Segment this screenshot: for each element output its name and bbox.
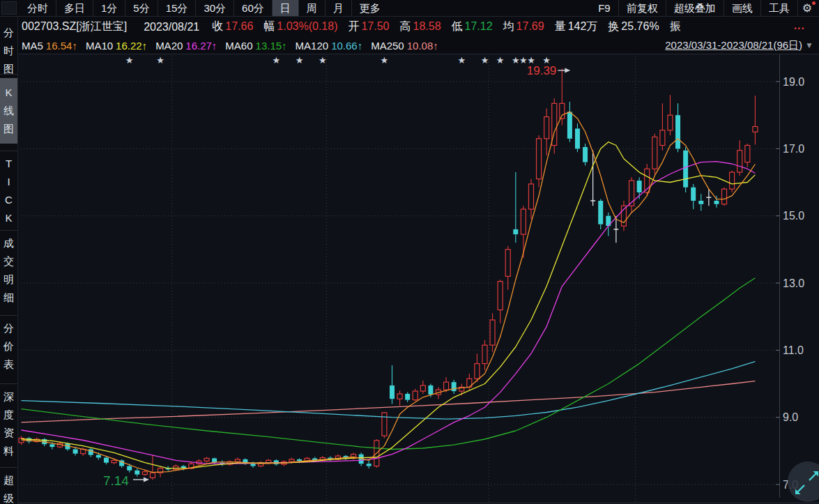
star-marker: ★ [381,55,389,66]
settings-gear-icon[interactable]: ⚙ [797,0,819,16]
star-marker: ★ [156,55,164,66]
overflow-ellipsis[interactable]: ... [794,17,805,35]
tab-F9[interactable]: F9 [590,0,618,16]
tab-前复权[interactable]: 前复权 [618,0,666,16]
quote-field-幅: 幅1.03%(0.18) [263,20,337,34]
tab-分时[interactable]: 分时 [20,0,56,16]
ma-values: MA516.54↑MA1016.22↑MA2016.27↑MA6013.15↑M… [22,40,447,52]
ma-indicator-bar: MA516.54↑MA1016.22↑MA2016.27↑MA6013.15↑M… [17,37,819,54]
tab-日[interactable]: 日 [272,0,298,16]
ma-line-MA250 [22,381,756,422]
quote-field-换: 换25.76% [608,20,659,34]
sidebar-item-超级复盘[interactable]: 超级复盘 [0,471,17,504]
kline-chart[interactable]: ★★★★★★★★★★★★★19.397.1419.017.015.013.011… [0,54,819,504]
stock-code-name[interactable]: 002703.SZ[浙江世宝] [22,20,127,34]
tab-画线[interactable]: 画线 [724,0,760,16]
tool-tabs: F9前复权超级叠加画线工具 [590,0,797,16]
tab-1分[interactable]: 1分 [93,0,125,16]
star-marker: ★ [319,55,327,66]
star-marker: ★ [457,55,466,66]
star-marker: ★ [296,55,304,66]
tab-5分[interactable]: 5分 [125,0,157,16]
quote-fields: 收17.66幅1.03%(0.18)开17.50高18.58低17.12均17.… [212,20,693,34]
bottom-border [0,503,819,503]
quote-field-量: 量142万 [555,20,598,34]
tab-月[interactable]: 月 [325,0,351,16]
quote-field-开: 开17.50 [348,20,389,34]
expand-arrows-icon [788,461,819,502]
sidebar-item-深度资料[interactable]: 深度资料 [0,388,17,460]
star-marker: ★ [496,55,505,66]
y-axis-tick-label: 13.0 [783,277,804,289]
tab-超级叠加[interactable]: 超级叠加 [666,0,724,16]
y-axis-tick-label: 11.0 [783,344,804,356]
tab-多日[interactable]: 多日 [56,0,93,16]
quote-field-低: 低17.12 [452,20,493,34]
ma-line-MA20 [22,162,756,464]
quote-date: 2023/08/21 [144,21,199,33]
stock-app-window: 分时多日1分5分15分30分60分日周月更多 F9前复权超级叠加画线工具 ⚙ 0… [0,0,819,504]
sidebar-item-成交明细[interactable]: 成交明细 [0,234,17,307]
tab-工具[interactable]: 工具 [760,0,797,16]
toolbar: 分时多日1分5分15分30分60分日周月更多 F9前复权超级叠加画线工具 ⚙ [0,0,819,17]
sidebar-divider [0,315,17,316]
ma-item-MA60: MA6013.15↑ [225,40,286,52]
period-tabs: 分时多日1分5分15分30分60分日周月更多 [20,0,388,16]
sidebar-item-TICK[interactable]: TICK [0,155,17,227]
tab-30分[interactable]: 30分 [195,0,234,16]
ma-item-MA250: MA25010.08↑ [371,40,438,52]
sidebar-divider [0,151,17,151]
quote-field-收: 收17.66 [212,20,253,34]
quote-field-振: 振 [670,20,683,34]
date-range-selector[interactable]: 2023/03/31-2023/08/21(96日) ▼ [665,37,813,54]
gear-glyph: ⚙ [802,2,812,14]
notification-dot [812,1,816,5]
sidebar-divider [0,467,17,468]
ma-item-MA120: MA12010.66↑ [296,40,363,52]
view-sidebar: 分时图K线图TICK成交明细分价表深度资料超级复盘 [0,17,18,504]
high-price-label: 19.39 [527,64,557,77]
star-marker: ★ [512,55,520,66]
y-axis-tick-label: 17.0 [783,143,804,155]
tab-周[interactable]: 周 [298,0,325,16]
sidebar-item-分时图[interactable]: 分时图 [0,24,17,78]
date-range-label[interactable]: 2023/03/31-2023/08/21(96日) [665,39,802,52]
low-price-label: 7.14 [103,473,129,488]
quote-field-高: 高18.58 [400,20,441,34]
sidebar-item-K线图[interactable]: K线图 [0,78,17,144]
y-axis-tick-label: 15.0 [783,210,804,222]
sidebar-item-分价表[interactable]: 分价表 [0,319,17,374]
ma-item-MA20: MA2016.27↑ [155,40,217,52]
ma-line-MA120 [22,362,756,419]
y-axis-tick-label: 19.0 [783,76,804,88]
sidebar-divider [0,74,17,75]
expand-toggle-button[interactable] [788,461,819,502]
star-marker: ★ [272,55,280,66]
sidebar-divider [0,383,17,384]
stock-info-bar: 002703.SZ[浙江世宝] 2023/08/21 收17.66幅1.03%(… [17,17,819,38]
tab-更多[interactable]: 更多 [351,0,388,16]
chevron-down-icon: ▼ [805,40,813,50]
sidebar-divider [0,230,17,231]
quote-field-均: 均17.69 [503,20,544,34]
ma-item-MA5: MA516.54↑ [22,40,77,52]
corner-button[interactable] [1,1,17,15]
tab-60分[interactable]: 60分 [234,0,272,16]
tab-15分[interactable]: 15分 [158,0,196,16]
star-marker: ★ [125,55,134,66]
ma-line-MA60 [22,278,756,450]
ma-item-MA10: MA1016.22↑ [86,40,147,52]
star-marker: ★ [481,55,489,66]
y-axis-tick-label: 9.0 [783,411,798,423]
